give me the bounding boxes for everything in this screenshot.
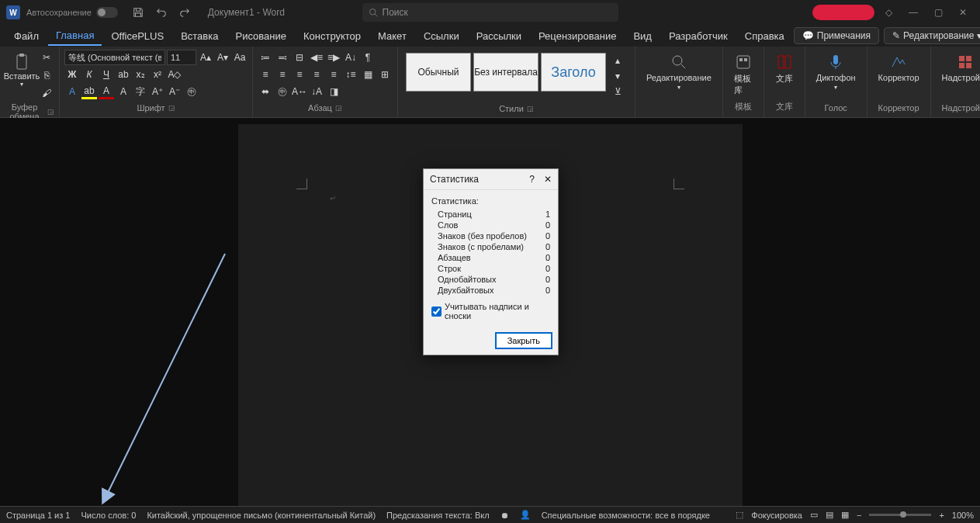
close-icon[interactable]: ✕ — [952, 2, 974, 23]
dialog-titlebar[interactable]: Статистика ? ✕ — [424, 169, 558, 190]
include-textboxes-checkbox[interactable]: Учитывать надписи и сноски — [431, 302, 550, 320]
page-indicator[interactable]: Страница 1 из 1 — [6, 511, 70, 520]
shading2-icon[interactable]: ◨ — [326, 84, 341, 99]
align-center-icon[interactable]: ≡ — [275, 67, 290, 82]
style-normal[interactable]: Обычный — [406, 53, 471, 92]
focus-mode[interactable]: Фокусировка — [751, 511, 802, 520]
align-right-icon[interactable]: ≡ — [292, 67, 307, 82]
underline-icon[interactable]: Ч — [99, 67, 114, 82]
style-heading1[interactable]: Заголо — [541, 53, 606, 92]
zoom-in-icon[interactable]: + — [939, 511, 944, 520]
superscript-icon[interactable]: x² — [150, 67, 165, 82]
editing-button[interactable]: Редактирование ▾ — [640, 50, 718, 94]
char-border-icon[interactable]: 字 — [133, 84, 148, 99]
accessibility-check-icon[interactable]: 👤 — [520, 510, 531, 520]
strikethrough-icon[interactable]: ab — [116, 67, 131, 82]
text-predictions[interactable]: Предсказания текста: Вкл — [386, 511, 490, 520]
highlight-icon[interactable]: ab — [81, 84, 97, 99]
tab-design[interactable]: Конструктор — [296, 27, 369, 45]
char-scale-icon[interactable]: A↔ — [292, 84, 307, 99]
multilevel-icon[interactable]: ⊟ — [292, 50, 307, 65]
distributed-icon[interactable]: ≡ — [326, 67, 341, 82]
tab-help[interactable]: Справка — [737, 27, 792, 45]
justify-icon[interactable]: ≡ — [309, 67, 324, 82]
web-layout-icon[interactable]: ▦ — [841, 510, 849, 520]
tab-insert[interactable]: Вставка — [173, 27, 226, 45]
zoom-out-icon[interactable]: − — [857, 511, 861, 520]
font-color-icon[interactable]: A — [99, 84, 114, 99]
focus-icon[interactable]: ⬚ — [736, 510, 743, 520]
style-no-spacing[interactable]: Без интервала — [473, 53, 538, 92]
line-spacing-icon[interactable]: ↕≡ — [343, 67, 358, 82]
tab-developer[interactable]: Разработчик — [661, 27, 736, 45]
word-count[interactable]: Число слов: 0 — [81, 511, 136, 520]
dialog-launcher-icon[interactable]: ◲ — [168, 104, 175, 112]
paste-button[interactable]: Вставить ▾ — [5, 50, 39, 101]
snap-icon[interactable]: ⬌ — [258, 84, 273, 99]
maximize-icon[interactable]: ▢ — [927, 2, 949, 23]
clear-format-icon[interactable]: A◇ — [167, 67, 182, 82]
subscript-icon[interactable]: x₂ — [133, 67, 148, 82]
gallery-more-icon[interactable]: ⊻ — [610, 84, 625, 99]
font-name-select[interactable] — [64, 50, 165, 65]
tab-review[interactable]: Рецензирование — [531, 27, 624, 45]
print-layout-icon[interactable]: ▤ — [826, 510, 833, 520]
search-bar[interactable]: Поиск — [362, 3, 618, 22]
templates-button[interactable]: 模板库 — [728, 50, 759, 99]
checkbox-input[interactable] — [431, 307, 442, 317]
phonetic-icon[interactable]: A — [116, 84, 131, 99]
dialog-launcher-icon[interactable]: ◲ — [527, 105, 534, 113]
minimize-icon[interactable]: — — [902, 2, 924, 23]
tab-draw[interactable]: Рисование — [227, 27, 293, 45]
language-indicator[interactable]: Китайский, упрощенное письмо (континента… — [147, 511, 376, 520]
dictate-button[interactable]: Диктофон ▾ — [810, 50, 862, 94]
tab-mailings[interactable]: Рассылки — [469, 27, 529, 45]
close-icon[interactable]: ✕ — [544, 174, 552, 185]
diamond-icon[interactable]: ◇ — [878, 2, 899, 23]
show-marks-icon[interactable]: ¶ — [360, 50, 376, 65]
cut-icon[interactable]: ✂ — [39, 50, 54, 65]
increase-indent-icon[interactable]: ≡▶ — [326, 50, 341, 65]
font-size-select[interactable] — [167, 50, 196, 65]
shrink-a-icon[interactable]: A⁻ — [167, 84, 182, 99]
change-case-icon[interactable]: Aa — [232, 50, 248, 65]
redo-icon[interactable] — [177, 5, 192, 20]
help-icon[interactable]: ? — [529, 174, 535, 185]
tab-home[interactable]: Главная — [48, 26, 102, 46]
dialog-launcher-icon[interactable]: ◲ — [335, 104, 342, 112]
tab-references[interactable]: Ссылки — [416, 27, 467, 45]
editing-mode-button[interactable]: ✎Редактирование ▾ — [884, 27, 980, 44]
align-left-icon[interactable]: ≡ — [258, 67, 273, 82]
zoom-slider[interactable] — [869, 514, 931, 516]
sort-az-icon[interactable]: ↓A — [309, 84, 324, 99]
close-button[interactable]: Закрыть — [496, 333, 552, 348]
decrease-indent-icon[interactable]: ◀≡ — [309, 50, 324, 65]
borders-icon[interactable]: ⊞ — [377, 67, 393, 82]
undo-icon[interactable] — [154, 5, 169, 20]
bold-icon[interactable]: Ж — [64, 67, 80, 82]
shrink-font-icon[interactable]: A▾ — [215, 50, 230, 65]
tab-layout[interactable]: Макет — [370, 27, 414, 45]
comments-button[interactable]: 💬Примечания — [794, 27, 879, 44]
zoom-level[interactable]: 100% — [952, 511, 974, 520]
gallery-down-icon[interactable]: ▾ — [610, 68, 625, 84]
bullets-icon[interactable]: ≔ — [258, 50, 273, 65]
asian-layout-icon[interactable]: ㊥ — [275, 84, 290, 99]
italic-icon[interactable]: К — [81, 67, 97, 82]
autosave-toggle[interactable]: Автосохранение — [26, 7, 118, 18]
gallery-up-icon[interactable]: ▴ — [610, 53, 625, 68]
toggle-switch-icon[interactable] — [96, 7, 118, 18]
tab-officeplus[interactable]: OfficePLUS — [103, 27, 171, 45]
sort-icon[interactable]: A↓ — [343, 50, 358, 65]
grow-font-icon[interactable]: A▴ — [198, 50, 213, 65]
user-account-redacted[interactable] — [812, 5, 874, 20]
tab-file[interactable]: Файл — [6, 27, 47, 45]
save-icon[interactable] — [130, 5, 146, 20]
editor-button[interactable]: Корректор — [872, 50, 926, 85]
shading-icon[interactable]: ▦ — [360, 67, 376, 82]
library-button[interactable]: 文库 — [769, 50, 800, 88]
accessibility-status[interactable]: Специальные возможности: все в порядке — [542, 511, 710, 520]
macro-record-icon[interactable]: ⏺ — [500, 511, 509, 520]
read-mode-icon[interactable]: ▭ — [810, 510, 818, 520]
dialog-launcher-icon[interactable]: ◲ — [47, 108, 54, 116]
